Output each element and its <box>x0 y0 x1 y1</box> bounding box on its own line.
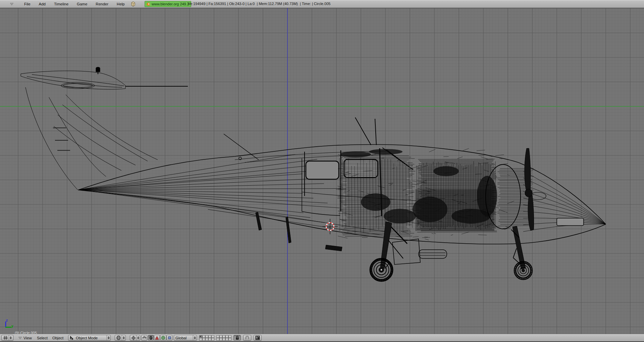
pack-data-icon[interactable] <box>130 1 136 7</box>
object-mode-icon <box>70 336 74 340</box>
viewport-3d[interactable]: z y (9) Circle.005 <box>0 8 644 334</box>
magnet-icon <box>245 336 250 340</box>
render-image-icon <box>255 336 260 340</box>
info-header: FileAddTimelineGameRenderHelp www.blende… <box>0 0 644 8</box>
pivot-crosshair-icon <box>131 336 136 340</box>
layer-toggle[interactable] <box>202 335 205 338</box>
blender-logo-icon <box>146 2 150 6</box>
layer-toggle[interactable] <box>216 338 219 341</box>
viewport-menu-object[interactable]: Object <box>52 336 63 340</box>
menu-game[interactable]: Game <box>76 2 88 6</box>
draw-type-globe-icon <box>116 335 121 340</box>
manipulator-toggle-button[interactable] <box>148 335 154 341</box>
viewport-menu-view[interactable]: View <box>23 336 32 340</box>
scale-square-icon <box>168 336 171 340</box>
viewport-canvas[interactable] <box>0 8 644 334</box>
manipulator-center-button[interactable] <box>141 335 147 341</box>
rotate-torus-icon <box>161 336 165 340</box>
layer-toggle[interactable] <box>216 335 219 338</box>
layer-toggle[interactable] <box>219 338 222 341</box>
layer-toggle[interactable] <box>225 338 228 341</box>
badge-label: www.blender.org 249.2 <box>152 2 189 6</box>
layer-buttons-group-2 <box>216 335 231 341</box>
translate-cone-icon <box>155 336 159 340</box>
orientation-dropdown[interactable]: Global <box>174 335 197 341</box>
lock-icon <box>235 336 239 340</box>
layer-toggle[interactable] <box>228 338 231 341</box>
mini-axis-indicator <box>5 322 11 327</box>
scale-manipulator-button[interactable] <box>166 335 172 341</box>
rotate-manipulator-button[interactable] <box>160 335 166 341</box>
menu-timeline[interactable]: Timeline <box>53 2 69 6</box>
mode-dropdown[interactable]: Object Mode <box>68 335 111 341</box>
editor-type-button[interactable] <box>1 335 13 341</box>
blender-version-badge[interactable]: www.blender.org 249.2 <box>145 1 191 7</box>
lock-layers-button[interactable] <box>233 335 241 341</box>
menu-render[interactable]: Render <box>95 2 109 6</box>
mini-axis-y-label: y <box>11 324 13 328</box>
move-arrows-icon <box>142 336 147 340</box>
orientation-dropdown-label: Global <box>174 336 188 340</box>
pivot-stepper[interactable] <box>136 335 140 340</box>
layer-toggle[interactable] <box>222 335 225 338</box>
pivot-dropdown[interactable] <box>130 335 140 341</box>
editor-grid-icon <box>3 336 8 340</box>
header-collapse-arrow-icon[interactable] <box>10 3 13 5</box>
draw-type-stepper[interactable] <box>122 335 125 340</box>
orientation-stepper[interactable] <box>193 335 197 340</box>
layer-toggle[interactable] <box>208 338 211 341</box>
hand-icon <box>149 336 153 340</box>
menu-file[interactable]: File <box>23 2 31 6</box>
layer-toggle[interactable] <box>211 338 214 341</box>
menu-help[interactable]: Help <box>116 2 125 6</box>
layer-toggle[interactable] <box>211 335 214 338</box>
scene-statistics: Ve:194949 | Fa:156391 | Ob:243-0 | La:0 … <box>188 2 330 6</box>
layer-toggle[interactable] <box>199 335 202 338</box>
viewport-menu-select[interactable]: Select <box>37 336 48 340</box>
mode-dropdown-label: Object Mode <box>74 336 99 340</box>
draw-type-dropdown[interactable] <box>115 335 126 341</box>
layer-toggle[interactable] <box>199 338 202 341</box>
layer-toggle[interactable] <box>225 335 228 338</box>
viewport-header: ViewSelectObject Object Mode <box>0 334 644 342</box>
mini-axis-z-label: z <box>6 319 8 322</box>
layer-toggle[interactable] <box>205 338 208 341</box>
translate-manipulator-button[interactable] <box>154 335 160 341</box>
layer-buttons-group-1 <box>199 335 214 341</box>
top-menubar: FileAddTimelineGameRenderHelp <box>23 2 125 6</box>
layer-toggle[interactable] <box>205 335 208 338</box>
layer-toggle[interactable] <box>228 335 231 338</box>
editor-type-stepper[interactable] <box>9 335 12 340</box>
aircraft-wireframe <box>21 67 606 281</box>
layer-toggle[interactable] <box>208 335 211 338</box>
render-preview-button[interactable] <box>254 335 262 341</box>
layer-toggle[interactable] <box>202 338 205 341</box>
mode-stepper[interactable] <box>107 335 110 340</box>
panel-collapse-arrow-icon[interactable] <box>18 337 22 339</box>
menu-add[interactable]: Add <box>38 2 46 6</box>
layer-toggle[interactable] <box>222 338 225 341</box>
layer-toggle[interactable] <box>219 335 222 338</box>
snap-button[interactable] <box>243 335 251 341</box>
